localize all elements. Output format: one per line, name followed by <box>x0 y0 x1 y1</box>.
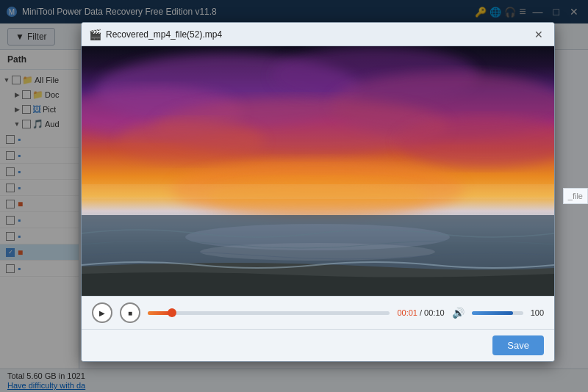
video-area <box>82 46 554 296</box>
svg-point-8 <box>118 120 265 164</box>
progress-bar[interactable] <box>148 311 390 315</box>
dialog-close-button[interactable]: ✕ <box>531 27 547 42</box>
play-button[interactable]: ▶ <box>92 302 112 323</box>
video-placeholder <box>82 46 554 296</box>
time-display: 00:01 / 00:10 <box>397 308 444 317</box>
side-info-text: _file <box>563 188 588 204</box>
modal-overlay: 🎬 Recovered_mp4_file(52).mp4 ✕ <box>0 0 588 392</box>
progress-thumb[interactable] <box>168 308 176 317</box>
play-icon: ▶ <box>99 309 105 317</box>
total-time: 00:10 <box>424 308 445 317</box>
volume-fill <box>472 311 513 315</box>
svg-rect-15 <box>82 184 554 199</box>
volume-icon[interactable]: 🔊 <box>452 307 465 319</box>
stop-icon: ■ <box>128 309 132 317</box>
dialog-media-icon: 🎬 <box>89 29 101 40</box>
volume-label: 100 <box>531 308 544 317</box>
dialog-title-bar: 🎬 Recovered_mp4_file(52).mp4 ✕ <box>82 23 554 46</box>
stop-button[interactable]: ■ <box>120 302 140 323</box>
save-button[interactable]: Save <box>492 335 544 355</box>
controls-bar: ▶ ■ 00:01 / 00:10 🔊 100 <box>82 296 554 329</box>
dialog-footer: Save <box>82 329 554 361</box>
volume-bar[interactable] <box>472 311 523 315</box>
dialog-title: Recovered_mp4_file(52).mp4 <box>106 29 526 40</box>
current-time: 00:01 <box>397 308 417 317</box>
preview-dialog: 🎬 Recovered_mp4_file(52).mp4 ✕ <box>81 22 555 362</box>
